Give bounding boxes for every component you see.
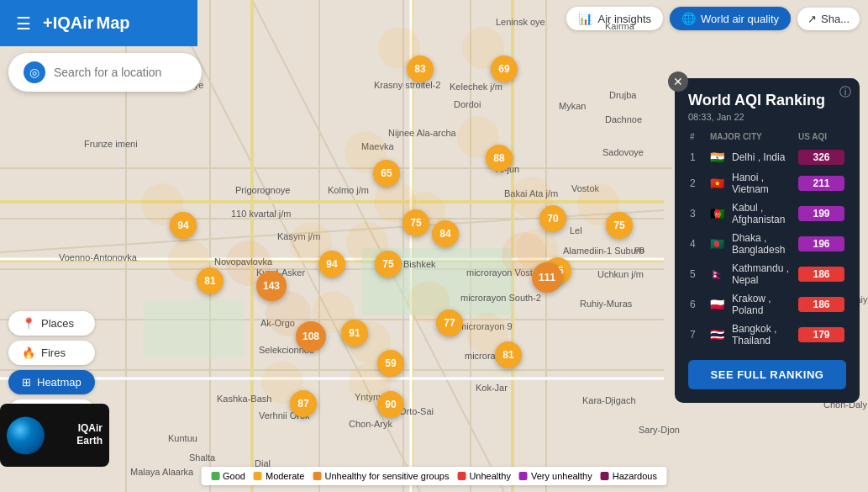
panel-title: World AQI Ranking	[688, 92, 846, 110]
aqi-marker[interactable]: 94	[318, 251, 345, 278]
city-name: Delhi , India	[732, 151, 785, 163]
map-label: Prigorognoye	[235, 185, 290, 195]
legend-dot	[457, 472, 466, 480]
legend-dot	[254, 472, 262, 480]
map-label: Drujba	[609, 90, 636, 100]
legend-label: Unhealthy	[469, 471, 511, 481]
map-label: Orto-Sai	[399, 406, 434, 416]
aqi-marker[interactable]: 90	[377, 391, 404, 418]
iqair-earth-button[interactable]: IQAirEarth	[0, 404, 109, 467]
city-info: 🇧🇩 Dhaka , Bangladesh	[710, 232, 793, 256]
ranking-row[interactable]: 6 🇵🇱 Krakow , Poland 186	[688, 289, 846, 320]
rank-number: 6	[690, 299, 705, 310]
aqi-marker[interactable]: 84	[432, 220, 459, 247]
legend-item: Moderate	[254, 471, 304, 481]
aqi-marker[interactable]: 94	[170, 212, 197, 239]
earth-globe-icon	[7, 416, 45, 454]
flag-icon: 🇮🇳	[710, 151, 727, 163]
ranking-row[interactable]: 4 🇧🇩 Dhaka , Bangladesh 196	[688, 229, 846, 259]
flag-icon: 🇵🇱	[710, 299, 727, 310]
rank-number: 7	[690, 329, 705, 341]
aqi-marker[interactable]: 88	[486, 145, 513, 172]
aqi-marker[interactable]: 143	[256, 271, 287, 301]
map-container[interactable]: Leninsk oyeKairmaAk-Zhol StepnoyeFrunze …	[0, 0, 868, 492]
logo-map: Map	[97, 13, 130, 33]
map-label: Sadovoye	[602, 147, 644, 157]
city-name: Kathmandu , Nepal	[732, 262, 793, 286]
aqi-marker[interactable]: 87	[290, 390, 317, 417]
map-label: Uchkun j/m	[597, 269, 644, 279]
map-label: Frunze imeni	[84, 139, 138, 149]
header-num: #	[690, 132, 705, 141]
ranking-row[interactable]: 3 🇦🇫 Kabul , Afghanistan 199	[688, 198, 846, 229]
map-label: Dordoi	[454, 99, 481, 109]
city-info: 🇵🇱 Krakow , Poland	[710, 293, 793, 316]
search-input[interactable]	[54, 66, 187, 79]
places-icon: 📍	[22, 317, 35, 330]
aqi-marker[interactable]: 65	[373, 160, 400, 187]
places-label: Places	[41, 317, 74, 330]
aqi-marker[interactable]: 75	[402, 209, 429, 236]
ranking-row[interactable]: 1 🇮🇳 Delhi , India 326	[688, 146, 846, 168]
ranking-row[interactable]: 7 🇹🇭 Bangkok , Thailand 179	[688, 320, 846, 350]
city-name: Bangkok , Thailand	[732, 323, 793, 347]
map-label: Shalta	[189, 452, 215, 463]
location-icon: ◎	[24, 61, 45, 83]
aqi-marker[interactable]: 75	[606, 212, 633, 239]
fires-button[interactable]: 🔥 Fires	[8, 341, 95, 365]
heatmap-button[interactable]: ⊞ Heatmap	[8, 370, 95, 394]
header-aqi: US AQI	[798, 132, 844, 141]
city-info: 🇳🇵 Kathmandu , Nepal	[710, 262, 793, 286]
logo-text: +IQAir Map	[43, 13, 130, 33]
map-label: Chon-Aryk	[349, 419, 392, 429]
aqi-marker[interactable]: 83	[407, 56, 434, 82]
hamburger-button[interactable]: ☰	[13, 10, 34, 37]
map-label: Kolmo j/m	[328, 185, 369, 195]
map-label: Kashka-Bash	[217, 394, 271, 404]
fires-icon: 🔥	[22, 347, 35, 359]
places-button[interactable]: 📍 Places	[8, 311, 95, 336]
panel-info-icon[interactable]: ⓘ	[839, 85, 851, 100]
aqi-marker[interactable]: 108	[296, 321, 326, 352]
panel-close-button[interactable]: ✕	[668, 71, 688, 92]
aqi-marker[interactable]: 111	[532, 262, 562, 293]
aqi-marker[interactable]: 75	[375, 251, 402, 278]
aqi-marker[interactable]: 59	[377, 350, 404, 377]
map-label: Bishkek	[403, 259, 436, 269]
map-label: Kelechek j/m	[450, 82, 502, 92]
rank-number: 1	[690, 151, 705, 163]
flag-icon: 🇳🇵	[710, 268, 727, 280]
aqi-marker[interactable]: 91	[341, 320, 368, 347]
city-info: 🇦🇫 Kabul , Afghanistan	[710, 202, 793, 225]
logo-area: ☰ +IQAir Map	[0, 0, 197, 46]
aqi-marker[interactable]: 81	[197, 267, 224, 294]
map-label: Alamediin-1 Suburb	[563, 246, 644, 256]
see-full-ranking-button[interactable]: SEE FULL RANKING	[688, 360, 846, 389]
legend-label: Good	[223, 471, 245, 481]
aqi-marker[interactable]: 81	[495, 341, 522, 368]
city-name: Dhaka , Bangladesh	[732, 232, 793, 256]
ranking-row[interactable]: 2 🇻🇳 Hanoi , Vietnam 211	[688, 168, 846, 198]
legend-dot	[313, 472, 321, 480]
aqi-badge: 199	[798, 206, 844, 221]
city-name: Kabul , Afghanistan	[732, 202, 793, 225]
map-label: Lel	[570, 225, 582, 235]
aqi-marker[interactable]: 69	[491, 56, 518, 82]
map-label: Kara-Djigach	[582, 395, 636, 405]
map-label: Voenno-Antonovka	[59, 252, 137, 262]
aqi-marker[interactable]: 77	[436, 309, 463, 336]
aqi-badge: 186	[798, 297, 844, 312]
aqi-marker[interactable]: 70	[539, 205, 566, 232]
flag-icon: 🇦🇫	[710, 208, 727, 220]
map-label: Kok-Jar	[476, 383, 508, 393]
map-label: 110 kvartal j/m	[231, 209, 292, 219]
panel-subtitle: 08:33, Jan 22	[688, 112, 846, 122]
ranking-row[interactable]: 5 🇳🇵 Kathmandu , Nepal 186	[688, 259, 846, 289]
legend-label: Very unhealthy	[531, 471, 592, 481]
map-label: na	[634, 244, 644, 254]
aqi-badge: 211	[798, 176, 844, 191]
map-label: microrayon South-2	[460, 293, 541, 303]
legend-item: Good	[211, 471, 245, 481]
legend: Good Moderate Unhealthy for sensitive gr…	[201, 467, 667, 485]
earth-label: IQAirEarth	[76, 422, 103, 448]
